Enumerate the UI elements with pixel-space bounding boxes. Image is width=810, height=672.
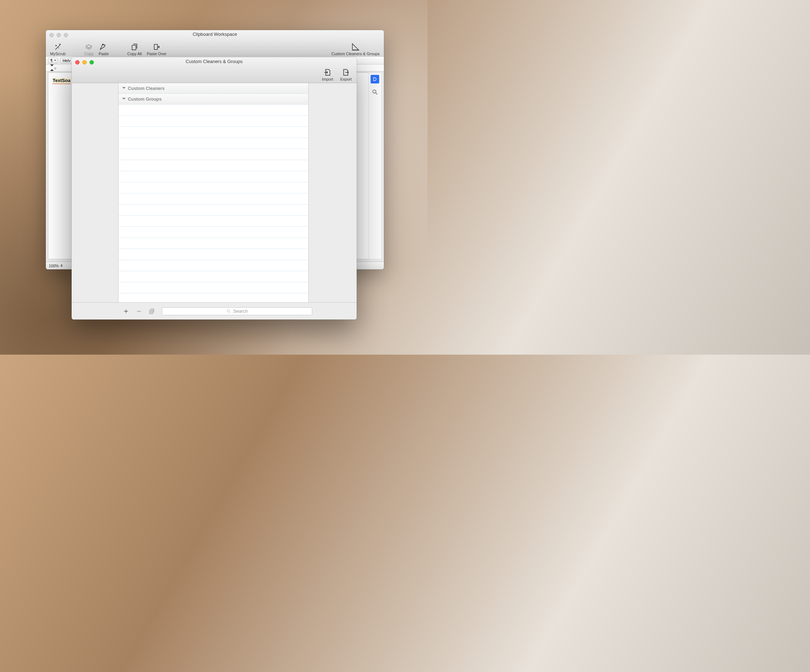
search-placeholder: Search <box>233 309 248 314</box>
right-gutter <box>309 83 357 302</box>
stepper-icon[interactable] <box>61 263 62 268</box>
back-toolbar: MyScrub Copy Paste <box>48 39 382 56</box>
custom-cleaners-section[interactable]: Custom Cleaners <box>118 83 308 94</box>
import-icon <box>323 68 332 77</box>
front-bottom-bar: Search <box>72 302 357 319</box>
indent-marker-icon[interactable] <box>50 64 54 71</box>
front-titlebar: Custom Cleaners & Groups Import Export <box>72 57 357 83</box>
paste-label: Paste <box>98 52 108 56</box>
cleaners-panel-button[interactable] <box>371 75 379 83</box>
export-label: Export <box>340 77 352 81</box>
front-toolbar: Import Export <box>320 68 354 81</box>
myscrub-button[interactable]: MyScrub <box>48 42 68 56</box>
search-input[interactable]: Search <box>162 307 312 315</box>
custom-groups-label: Custom Groups <box>128 97 162 102</box>
export-icon <box>341 68 351 77</box>
back-titlebar: Clipboard Workspace MyScrub Copy <box>46 30 384 57</box>
svg-point-2 <box>373 90 376 93</box>
import-label: Import <box>322 77 333 81</box>
copy-button[interactable]: Copy <box>82 42 96 56</box>
disclosure-triangle-icon[interactable] <box>122 87 126 91</box>
search-icon <box>226 309 231 313</box>
ruler-tick-label: 0 <box>54 67 56 70</box>
copy-all-label: Copy All <box>128 52 142 56</box>
copy-label: Copy <box>84 52 94 56</box>
myscrub-label: MyScrub <box>50 52 66 56</box>
copy-all-button[interactable]: Copy All <box>125 42 144 56</box>
disclosure-triangle-icon[interactable] <box>122 98 126 101</box>
right-sidebar <box>368 73 382 259</box>
paste-over-label: Paste Over <box>147 52 167 56</box>
add-button[interactable] <box>122 307 130 316</box>
wand-icon <box>53 42 62 52</box>
paste-over-button[interactable]: Paste Over <box>145 42 169 56</box>
document-text[interactable]: TextSoa <box>52 78 71 84</box>
custom-label: Custom Cleaners & Groups <box>332 52 380 56</box>
search-panel-button[interactable] <box>371 88 379 96</box>
triangle-ruler-icon <box>351 42 360 52</box>
front-body: Custom Cleaners Custom Groups <box>72 83 357 302</box>
copy-all-icon <box>130 42 139 52</box>
svg-rect-1 <box>154 44 157 50</box>
paste-icon <box>99 42 108 52</box>
remove-button[interactable] <box>135 307 143 316</box>
custom-cleaners-groups-window: Custom Cleaners & Groups Import Export C… <box>72 57 357 319</box>
svg-rect-0 <box>132 45 136 50</box>
paste-button[interactable]: Paste <box>96 42 111 56</box>
back-window-title: Clipboard Workspace <box>46 32 384 37</box>
export-button[interactable]: Export <box>338 68 354 81</box>
copy-icon <box>84 42 93 52</box>
front-window-title: Custom Cleaners & Groups <box>72 59 357 64</box>
zoom-control[interactable]: 100% <box>49 263 62 268</box>
paragraph-style-dropdown[interactable]: ¶ <box>48 58 58 63</box>
cleaners-list-panel: Custom Cleaners Custom Groups <box>118 83 309 302</box>
svg-point-4 <box>227 309 230 312</box>
duplicate-button[interactable] <box>147 307 156 316</box>
empty-list-area[interactable] <box>118 105 308 302</box>
custom-groups-section[interactable]: Custom Groups <box>118 94 308 105</box>
left-gutter <box>72 83 118 302</box>
custom-cleaners-label: Custom Cleaners <box>128 86 165 91</box>
zoom-value: 100% <box>49 263 59 268</box>
custom-cleaners-groups-button[interactable]: Custom Cleaners & Groups <box>329 42 382 56</box>
paste-over-icon <box>152 42 161 52</box>
import-button[interactable]: Import <box>320 68 335 81</box>
